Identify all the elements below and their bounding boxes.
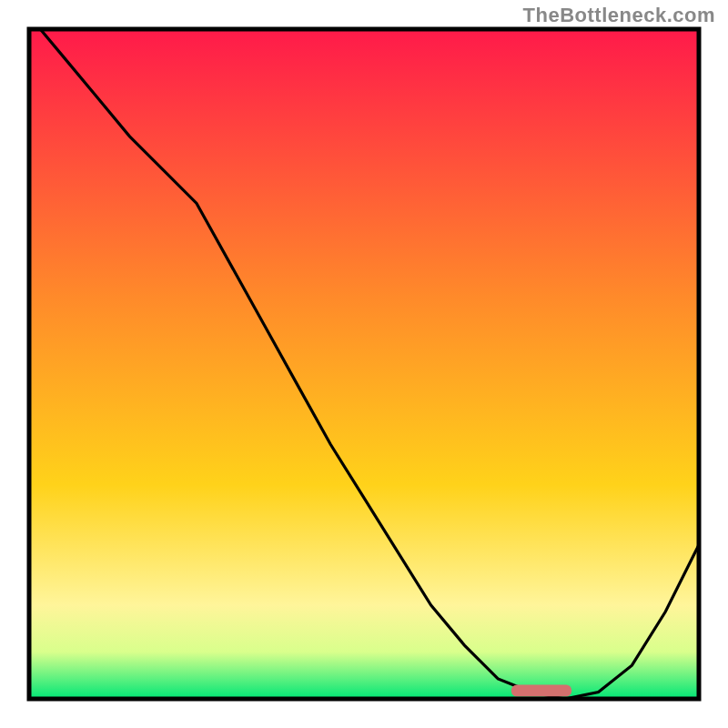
chart-root: TheBottleneck.com xyxy=(0,0,728,728)
chart-svg xyxy=(0,0,728,728)
watermark-text: TheBottleneck.com xyxy=(523,4,715,27)
optimum-marker xyxy=(511,684,571,696)
plot-background xyxy=(29,29,699,699)
